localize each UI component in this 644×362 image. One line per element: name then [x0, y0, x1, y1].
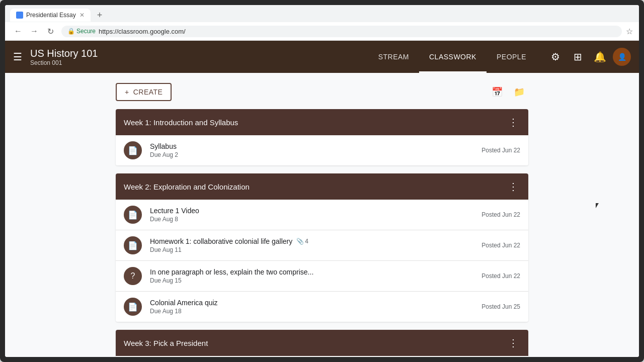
address-bar: ← → ↻ 🔒 Secure https://classroom.google.…: [5, 22, 639, 41]
assignment-title: Lecture 1 Video: [150, 207, 481, 215]
course-section: Section 001: [30, 59, 98, 66]
assignment-due: Due Aug 18: [150, 308, 481, 315]
assignment-info: Colonial America quiz Due Aug 18: [150, 299, 481, 315]
assignment-due: Due Aug 8: [150, 216, 481, 223]
assignment-info: In one paragraph or less, explain the tw…: [150, 268, 481, 284]
nav-icons: ⚙ ⊞ 🔔 👤: [546, 48, 631, 66]
secure-label: Secure: [76, 28, 96, 35]
assignment-due: Due Aug 15: [150, 277, 481, 284]
assignment-item[interactable]: ? In one paragraph or less, explain the …: [116, 261, 528, 292]
app-content: ☰ US History 101 Section 001 STREAM CLAS…: [5, 41, 639, 357]
week-2-header[interactable]: Week 2: Exploration and Colonization ⋮: [116, 173, 528, 200]
week-3-header[interactable]: Week 3: Pick a President ⋮: [116, 330, 528, 356]
assignment-posted: Posted Jun 22: [481, 147, 520, 154]
attachment-count: 4: [305, 238, 308, 245]
assignment-info: Syllabus Due Aug 2: [150, 142, 481, 158]
toolbar-icons: 📅 📁: [488, 83, 528, 101]
main-content: + CREATE 📅 📁 Week 1: Introduction and Sy…: [5, 73, 639, 357]
tab-favicon: [16, 12, 23, 19]
week-1-header[interactable]: Week 1: Introduction and Syllabus ⋮: [116, 109, 528, 135]
monitor: Presidential Essay ✕ + ← → ↻ 🔒 Secure ht…: [0, 0, 644, 362]
week-3-title: Week 3: Pick a President: [124, 339, 208, 347]
week-3-assignment-list: ? Exit ticket: describe one difference b…: [116, 356, 528, 357]
assignment-icon: 📄: [124, 141, 142, 159]
document-icon: 📄: [128, 146, 138, 155]
nav-stream[interactable]: STREAM: [368, 41, 419, 73]
attachment-badge: 📎 4: [296, 238, 308, 245]
browser-tab[interactable]: Presidential Essay ✕: [10, 9, 91, 22]
user-avatar[interactable]: 👤: [613, 48, 631, 66]
assignment-posted: Posted Jun 25: [481, 303, 520, 310]
assignment-due: Due Aug 11: [150, 246, 481, 253]
week-2-title: Week 2: Exploration and Colonization: [124, 183, 250, 191]
assignment-title: In one paragraph or less, explain the tw…: [150, 268, 481, 276]
browser-chrome: Presidential Essay ✕ + ← → ↻ 🔒 Secure ht…: [5, 5, 639, 41]
week-1-menu-button[interactable]: ⋮: [506, 115, 520, 129]
create-area: + CREATE 📅 📁: [116, 83, 528, 101]
back-button[interactable]: ←: [11, 24, 25, 38]
create-plus-icon: +: [125, 88, 129, 96]
nav-classwork[interactable]: CLASSWORK: [419, 41, 487, 73]
week-1-title: Week 1: Introduction and Syllabus: [124, 118, 238, 127]
new-tab-button[interactable]: +: [93, 8, 107, 22]
document-icon: 📄: [128, 210, 138, 220]
assignment-item[interactable]: 📄 Colonial America quiz Due Aug 18 Poste…: [116, 292, 528, 322]
bookmark-button[interactable]: ☆: [626, 27, 633, 36]
assignment-title: Homework 1: collaborative colonial life …: [150, 237, 481, 245]
secure-badge: 🔒 Secure: [67, 28, 96, 35]
folder-button[interactable]: 📁: [510, 83, 528, 101]
nav-links: STREAM CLASSWORK PEOPLE: [368, 41, 536, 73]
nav-buttons: ← → ↻: [11, 24, 57, 38]
week-2-assignment-list: 📄 Lecture 1 Video Due Aug 8 Posted Jun 2…: [116, 200, 528, 322]
assignment-item[interactable]: 📄 Syllabus Due Aug 2 Posted Jun 22: [116, 135, 528, 165]
week-1-assignment-list: 📄 Syllabus Due Aug 2 Posted Jun 22: [116, 135, 528, 165]
browser-window: Presidential Essay ✕ + ← → ↻ 🔒 Secure ht…: [5, 5, 639, 357]
url-text: https://classroom.google.com/: [99, 28, 186, 35]
course-title: US History 101 Section 001: [30, 47, 98, 66]
notifications-button[interactable]: 🔔: [591, 48, 609, 66]
week-3-menu-button[interactable]: ⋮: [506, 336, 520, 350]
assignment-icon: 📄: [124, 298, 142, 316]
tab-title: Presidential Essay: [26, 12, 76, 19]
week-2-menu-button[interactable]: ⋮: [506, 179, 520, 194]
assignment-item[interactable]: ? Exit ticket: describe one difference b…: [116, 356, 528, 357]
assignment-item[interactable]: 📄 Homework 1: collaborative colonial lif…: [116, 230, 528, 261]
url-bar[interactable]: 🔒 Secure https://classroom.google.com/: [61, 26, 622, 37]
document-icon: 📄: [128, 241, 138, 250]
assignment-title: Syllabus: [150, 142, 481, 150]
create-label: CREATE: [133, 88, 163, 96]
settings-button[interactable]: ⚙: [546, 48, 565, 66]
nav-people[interactable]: PEOPLE: [487, 41, 536, 73]
assignment-posted: Posted Jun 22: [481, 242, 520, 249]
assignment-icon: 📄: [124, 236, 142, 254]
create-button[interactable]: + CREATE: [116, 83, 172, 101]
week-3-section: Week 3: Pick a President ⋮ ? Exit ticket…: [116, 330, 528, 357]
assignment-posted: Posted Jun 22: [481, 211, 520, 218]
question-mark-icon: ?: [131, 272, 135, 281]
assignment-info: Homework 1: collaborative colonial life …: [150, 237, 481, 253]
forward-button[interactable]: →: [27, 24, 41, 38]
apps-button[interactable]: ⊞: [569, 48, 587, 66]
calendar-button[interactable]: 📅: [488, 83, 506, 101]
week-2-section: Week 2: Exploration and Colonization ⋮ 📄…: [116, 173, 528, 322]
course-name: US History 101: [30, 47, 98, 59]
assignment-item[interactable]: 📄 Lecture 1 Video Due Aug 8 Posted Jun 2…: [116, 200, 528, 230]
assignment-title: Colonial America quiz: [150, 299, 481, 307]
tab-bar: Presidential Essay ✕ +: [5, 5, 639, 22]
question-icon: ?: [124, 267, 142, 285]
menu-button[interactable]: ☰: [13, 51, 22, 63]
assignment-posted: Posted Jun 22: [481, 273, 520, 280]
assignment-due: Due Aug 2: [150, 151, 481, 158]
document-icon: 📄: [128, 302, 138, 312]
assignment-icon: 📄: [124, 206, 142, 224]
reload-button[interactable]: ↻: [43, 24, 57, 38]
assignment-info: Lecture 1 Video Due Aug 8: [150, 207, 481, 223]
top-nav: ☰ US History 101 Section 001 STREAM CLAS…: [5, 41, 639, 73]
tab-close-button[interactable]: ✕: [79, 12, 85, 19]
week-1-section: Week 1: Introduction and Syllabus ⋮ 📄 Sy…: [116, 109, 528, 165]
attachment-icon: 📎: [296, 238, 304, 245]
lock-icon: 🔒: [67, 28, 75, 35]
